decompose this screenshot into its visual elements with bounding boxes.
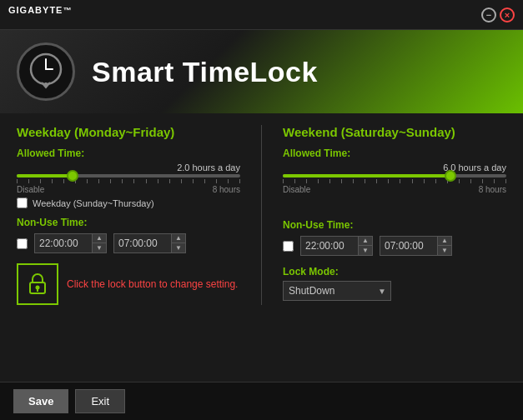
weekend-slider-fill: [283, 174, 450, 178]
header-banner: Smart TimeLock: [0, 30, 523, 113]
weekend-slider-thumb[interactable]: [445, 170, 456, 182]
minimize-button[interactable]: −: [481, 8, 496, 22]
weekend-title: Weekend (Saturday~Sunday): [283, 125, 506, 139]
weekday-time-start-group: ▲ ▼: [34, 233, 107, 253]
weekend-time-end[interactable]: [380, 238, 437, 254]
close-button[interactable]: ×: [500, 8, 515, 22]
weekend-time-row: ▲ ▼ ▲ ▼: [283, 236, 506, 256]
save-button[interactable]: Save: [13, 389, 68, 413]
weekend-slider-labels: Disable 8 hours: [283, 185, 506, 194]
bottom-bar: Save Exit: [0, 382, 523, 420]
weekend-time-start[interactable]: [301, 238, 358, 254]
window-controls: − ×: [481, 8, 515, 22]
exit-button[interactable]: Exit: [75, 389, 125, 413]
weekday-ticks: [17, 179, 240, 183]
weekend-hours-display: 6.0 hours a day: [283, 162, 506, 172]
weekday-slider-track: [17, 174, 240, 178]
weekday-nonuse-checkbox[interactable]: [17, 238, 28, 249]
weekend-ticks: [283, 179, 506, 183]
section-divider: [261, 125, 262, 305]
weekday-nonuse-label: Non-Use Time:: [17, 217, 240, 228]
weekend-label-8hours: 8 hours: [479, 185, 506, 194]
weekday-time-end-group: ▲ ▼: [113, 233, 186, 253]
weekend-time-end-spinners: ▲ ▼: [437, 237, 451, 255]
weekend-label-disable: Disable: [283, 185, 310, 194]
weekend-nonuse-checkbox[interactable]: [283, 241, 294, 252]
weekday-sunday-checkbox[interactable]: [17, 198, 28, 208]
lock-mode-select-wrapper: ShutDown Log Off Sleep Hibernate: [283, 281, 391, 301]
weekend-time-end-up[interactable]: ▲: [438, 237, 451, 246]
weekday-checkbox-label: Weekday (Sunday~Thursday): [33, 198, 154, 208]
weekday-title: Weekday (Monday~Friday): [17, 125, 240, 139]
weekend-slider[interactable]: [283, 174, 506, 178]
weekend-section: Weekend (Saturday~Sunday) Allowed Time: …: [283, 125, 506, 305]
weekday-time-row: ▲ ▼ ▲ ▼: [17, 233, 240, 253]
weekday-allowed-label: Allowed Time:: [17, 148, 240, 159]
weekend-time-start-spinners: ▲ ▼: [358, 237, 372, 255]
weekday-section: Weekday (Monday~Friday) Allowed Time: 2.…: [17, 125, 240, 305]
weekday-time-start[interactable]: [35, 235, 92, 252]
weekday-time-end-spinners: ▲ ▼: [171, 234, 185, 252]
lock-message: Click the lock button to change setting.: [67, 278, 238, 290]
weekend-time-end-down[interactable]: ▼: [438, 246, 451, 255]
weekend-slider-track: [283, 174, 506, 178]
brand-name: GIGABYTE: [8, 5, 63, 15]
weekday-label-8hours: 8 hours: [213, 185, 240, 194]
lock-mode-section: Lock Mode: ShutDown Log Off Sleep Hibern…: [283, 266, 506, 301]
lock-mode-label: Lock Mode:: [283, 266, 506, 278]
lock-section: Click the lock button to change setting.: [17, 263, 240, 305]
weekend-spacer: [283, 194, 506, 211]
weekday-time-end-up[interactable]: ▲: [172, 234, 185, 243]
weekday-hours-display: 2.0 hours a day: [17, 162, 240, 172]
lock-svg: [25, 272, 50, 297]
trademark: ™: [63, 6, 72, 15]
lock-button[interactable]: [17, 263, 58, 305]
weekday-time-start-down[interactable]: ▼: [93, 243, 106, 252]
brand-logo: GIGABYTE™: [8, 5, 72, 24]
weekend-time-end-group: ▲ ▼: [380, 236, 452, 256]
main-content: Weekday (Monday~Friday) Allowed Time: 2.…: [0, 113, 523, 313]
svg-point-5: [36, 286, 40, 290]
title-bar: GIGABYTE™ − ×: [0, 0, 523, 30]
weekend-time-start-group: ▲ ▼: [300, 236, 373, 256]
weekday-slider-fill: [17, 174, 73, 178]
weekend-allowed-label: Allowed Time:: [283, 148, 506, 159]
weekday-label-disable: Disable: [17, 185, 44, 194]
weekday-slider-labels: Disable 8 hours: [17, 185, 240, 194]
weekday-slider-thumb[interactable]: [67, 170, 78, 182]
weekday-time-start-spinners: ▲ ▼: [92, 234, 106, 252]
weekend-nonuse-label: Non-Use Time:: [283, 219, 506, 231]
weekday-time-start-up[interactable]: ▲: [93, 234, 106, 243]
weekend-time-start-down[interactable]: ▼: [359, 246, 372, 255]
clock-svg: [25, 51, 67, 92]
app-title: Smart TimeLock: [92, 56, 318, 88]
weekday-time-end[interactable]: [114, 235, 171, 252]
weekday-checkbox-row: Weekday (Sunday~Thursday): [17, 198, 240, 208]
weekday-time-end-down[interactable]: ▼: [172, 243, 185, 252]
weekday-slider[interactable]: [17, 174, 240, 178]
weekend-time-start-up[interactable]: ▲: [359, 237, 372, 246]
clock-icon: [17, 42, 75, 101]
lock-mode-select[interactable]: ShutDown Log Off Sleep Hibernate: [283, 281, 391, 301]
